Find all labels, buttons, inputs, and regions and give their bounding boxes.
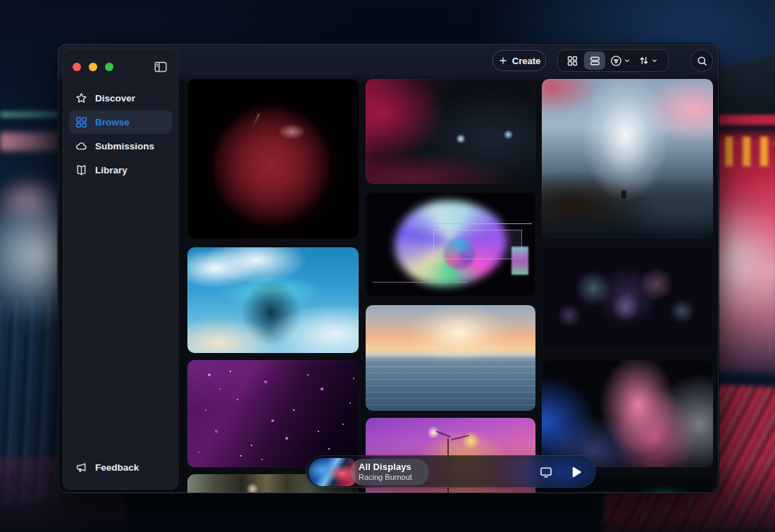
sidebar-item-library[interactable]: Library — [69, 158, 172, 182]
filter-button[interactable] — [607, 54, 633, 68]
search-icon — [696, 55, 708, 67]
play-button[interactable] — [568, 464, 583, 480]
sidebar: Discover Browse Submissions Library — [63, 49, 178, 490]
create-button-label: Create — [512, 56, 540, 66]
tile-holographic-blob[interactable] — [366, 192, 535, 297]
sidebar-item-label: Library — [95, 165, 128, 175]
apple-stem — [250, 113, 260, 130]
list-view-button[interactable] — [584, 51, 605, 70]
ocean-waves — [366, 360, 535, 411]
grid-view-icon — [566, 55, 578, 67]
tile-floating-island[interactable] — [187, 247, 359, 353]
zoom-button[interactable] — [105, 63, 113, 71]
tile-fractal-kaleidoscope[interactable] — [542, 247, 713, 351]
display-button[interactable] — [539, 465, 553, 479]
sidebar-footer: Feedback — [69, 455, 172, 479]
create-button[interactable]: Create — [492, 50, 546, 71]
chevron-down-icon — [651, 57, 658, 64]
sidebar-item-label: Discover — [95, 93, 135, 104]
tile-neon-car-garage[interactable] — [366, 79, 535, 184]
filter-icon — [609, 54, 623, 68]
glitch-line — [373, 282, 468, 283]
sidebar-item-discover[interactable]: Discover — [69, 86, 172, 110]
display-target-label: All Displays — [359, 462, 421, 473]
wallpaper-streak — [0, 175, 63, 224]
book-icon — [75, 163, 88, 177]
tile-purple-particles[interactable] — [187, 360, 359, 467]
tile-sunset-ocean[interactable] — [366, 305, 535, 411]
close-button[interactable] — [73, 63, 81, 71]
grid-view-button[interactable] — [562, 51, 583, 70]
now-playing-bar: All Displays Racing Burnout — [306, 455, 596, 488]
traffic-lights — [73, 63, 113, 71]
sidebar-item-feedback[interactable]: Feedback — [69, 455, 172, 479]
search-button[interactable] — [690, 49, 713, 72]
play-icon — [568, 464, 583, 480]
sidebar-item-label: Feedback — [95, 462, 139, 473]
megaphone-icon — [75, 461, 88, 474]
desktop: Browse All Backdrops Create — [0, 0, 775, 532]
sidebar-nav: Discover Browse Submissions Library — [69, 86, 172, 182]
tile-pink-waterfall[interactable] — [542, 79, 713, 238]
tile-pink-ink-smoke[interactable] — [542, 360, 713, 467]
sitting-person — [621, 190, 626, 199]
sidebar-toggle-icon — [153, 59, 168, 75]
grid-icon — [75, 116, 88, 129]
list-view-icon — [589, 55, 601, 67]
sidebar-toggle-button[interactable] — [153, 59, 168, 75]
tile-red-apple[interactable] — [187, 79, 359, 239]
sort-arrows-icon — [638, 54, 650, 67]
glitch-line — [423, 223, 532, 224]
glitch-rect — [433, 230, 521, 259]
lamp-arm — [435, 431, 450, 438]
minimize-button[interactable] — [89, 63, 97, 71]
cloud-icon — [75, 140, 88, 153]
monitor-icon — [539, 465, 553, 479]
view-filter-sort-group — [557, 49, 669, 72]
backdrop-name-label: Racing Burnout — [359, 473, 421, 482]
sidebar-item-submissions[interactable]: Submissions — [69, 134, 172, 158]
sort-button[interactable] — [635, 54, 661, 67]
app-window: Browse All Backdrops Create — [58, 44, 719, 493]
now-playing-info[interactable]: All Displays Racing Burnout — [350, 459, 429, 485]
chevron-down-icon — [624, 57, 631, 64]
current-backdrop-thumbnail[interactable] — [309, 458, 355, 486]
sidebar-item-label: Browse — [95, 117, 130, 128]
sidebar-item-browse[interactable]: Browse — [69, 110, 172, 134]
plus-icon — [498, 56, 508, 66]
glitch-chip — [512, 247, 528, 275]
sidebar-item-label: Submissions — [95, 141, 154, 151]
particle-dots — [187, 360, 189, 361]
lamp-arm — [451, 435, 469, 440]
star-icon — [75, 92, 88, 105]
